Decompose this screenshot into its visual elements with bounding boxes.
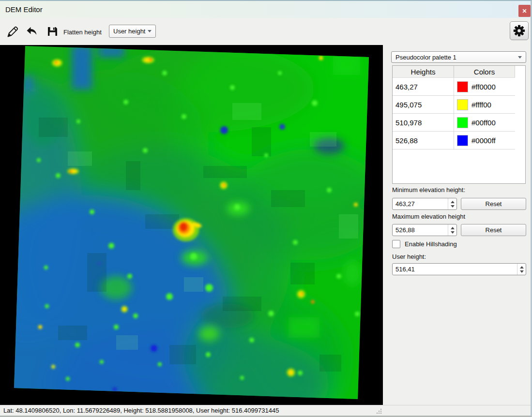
edit-tool-button[interactable] bbox=[5, 25, 19, 38]
color-cell[interactable]: #ffff00 bbox=[454, 96, 515, 113]
gear-icon bbox=[510, 22, 528, 40]
close-icon: ✕ bbox=[522, 8, 527, 14]
user-height-spinbox bbox=[392, 263, 526, 275]
palette-table-row[interactable]: 510,978#00ff00 bbox=[393, 114, 515, 132]
palette-dropdown[interactable]: Pseudocolor palette 1 bbox=[391, 51, 526, 63]
color-hex: #00ff00 bbox=[471, 119, 496, 127]
height-cell[interactable]: 526,88 bbox=[393, 132, 454, 149]
status-text: Lat: 48.1409806520, Lon: 11.5679226489, … bbox=[3, 407, 279, 414]
save-icon bbox=[46, 25, 59, 38]
max-elevation-spin-buttons bbox=[448, 224, 456, 236]
height-cell[interactable]: 495,075 bbox=[393, 96, 454, 113]
color-swatch bbox=[457, 135, 468, 146]
dem-map bbox=[0, 45, 383, 406]
palette-table-header: Heights Colors bbox=[393, 66, 515, 78]
palette-table-row[interactable]: 495,075#ffff00 bbox=[393, 96, 515, 114]
min-elevation-spinbox bbox=[392, 198, 457, 210]
height-cell[interactable]: 510,978 bbox=[393, 114, 454, 131]
max-elevation-label: Maximum elevation height bbox=[392, 213, 465, 220]
hillshading-checkbox[interactable] bbox=[392, 240, 400, 248]
palette-table-row[interactable]: 526,88#0000ff bbox=[393, 132, 515, 149]
window-title: DEM Editor bbox=[5, 5, 43, 14]
spin-up-icon[interactable] bbox=[520, 266, 524, 268]
dem-map-viewport[interactable] bbox=[0, 45, 383, 406]
user-height-label: User height: bbox=[392, 253, 426, 260]
dem-editor-window: DEM Editor ✕ Flatten height bbox=[0, 0, 532, 417]
color-cell[interactable]: #00ff00 bbox=[454, 114, 515, 131]
color-hex: #ff0000 bbox=[471, 83, 496, 91]
color-hex: #ffff00 bbox=[471, 101, 491, 109]
undo-button[interactable] bbox=[25, 25, 38, 38]
max-elevation-spinbox bbox=[392, 224, 457, 236]
color-swatch bbox=[457, 100, 468, 110]
hillshading-row: Enable Hillshading bbox=[392, 240, 457, 248]
min-elevation-input[interactable] bbox=[393, 198, 448, 209]
toolbar: Flatten height User height bbox=[0, 18, 531, 45]
color-cell[interactable]: #ff0000 bbox=[454, 78, 515, 95]
hillshading-label: Enable Hillshading bbox=[405, 240, 457, 248]
palette-table-row[interactable]: 463,27#ff0000 bbox=[393, 78, 515, 96]
palette-table: Heights Colors 463,27#ff0000495,075#ffff… bbox=[392, 65, 526, 184]
height-cell[interactable]: 463,27 bbox=[393, 78, 454, 95]
spin-up-icon[interactable] bbox=[451, 201, 455, 203]
color-swatch bbox=[457, 118, 468, 128]
spin-up-icon[interactable] bbox=[451, 227, 455, 229]
close-button[interactable]: ✕ bbox=[518, 5, 531, 17]
flatten-height-label: Flatten height bbox=[63, 29, 102, 36]
palette-table-body: 463,27#ff0000495,075#ffff00510,978#00ff0… bbox=[393, 78, 525, 149]
pencil-icon bbox=[5, 25, 19, 38]
undo-icon bbox=[25, 25, 38, 38]
flatten-height-value: User height bbox=[113, 28, 145, 35]
palette-dropdown-value: Pseudocolor palette 1 bbox=[395, 54, 456, 61]
color-hex: #0000ff bbox=[471, 136, 496, 145]
min-elevation-spin-buttons bbox=[448, 198, 456, 209]
chevron-down-icon bbox=[148, 30, 152, 32]
max-reset-button[interactable]: Reset bbox=[461, 224, 526, 236]
min-reset-button[interactable]: Reset bbox=[461, 198, 526, 210]
side-panel: Pseudocolor palette 1 Heights Colors 463… bbox=[383, 45, 531, 405]
spin-down-icon[interactable] bbox=[451, 205, 455, 208]
spin-down-icon[interactable] bbox=[520, 270, 524, 273]
max-elevation-input[interactable] bbox=[393, 224, 448, 236]
resize-grip-icon bbox=[376, 408, 382, 415]
titlebar[interactable]: DEM Editor ✕ bbox=[0, 1, 531, 18]
chevron-down-icon bbox=[518, 56, 522, 59]
color-cell[interactable]: #0000ff bbox=[454, 132, 515, 149]
settings-button[interactable] bbox=[510, 21, 529, 40]
min-elevation-label: Minimum elevation height: bbox=[392, 186, 465, 194]
heights-column-header: Heights bbox=[393, 66, 454, 77]
color-swatch bbox=[457, 82, 468, 92]
status-bar: Lat: 48.1409806520, Lon: 11.5679226489, … bbox=[0, 405, 531, 416]
spin-down-icon[interactable] bbox=[451, 231, 455, 234]
user-height-spin-buttons bbox=[517, 264, 526, 275]
user-height-input[interactable] bbox=[393, 264, 517, 275]
save-button[interactable] bbox=[46, 25, 59, 38]
resize-grip[interactable] bbox=[376, 408, 382, 417]
colors-column-header: Colors bbox=[454, 66, 515, 77]
flatten-height-dropdown[interactable]: User height bbox=[109, 25, 156, 38]
